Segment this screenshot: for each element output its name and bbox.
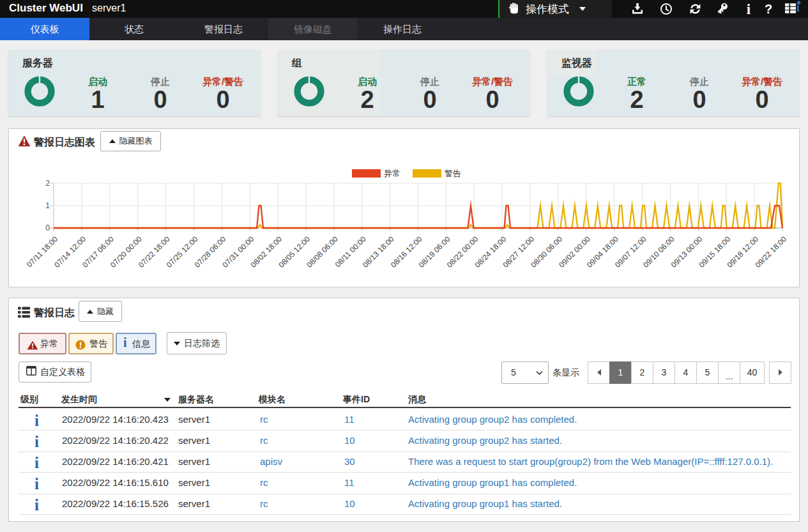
svg-text:异常: 异常 (384, 169, 400, 178)
svg-text:2: 2 (45, 179, 50, 188)
svg-text:0: 0 (45, 224, 50, 232)
svg-text:1: 1 (45, 201, 50, 210)
svg-text:警告: 警告 (445, 169, 461, 178)
